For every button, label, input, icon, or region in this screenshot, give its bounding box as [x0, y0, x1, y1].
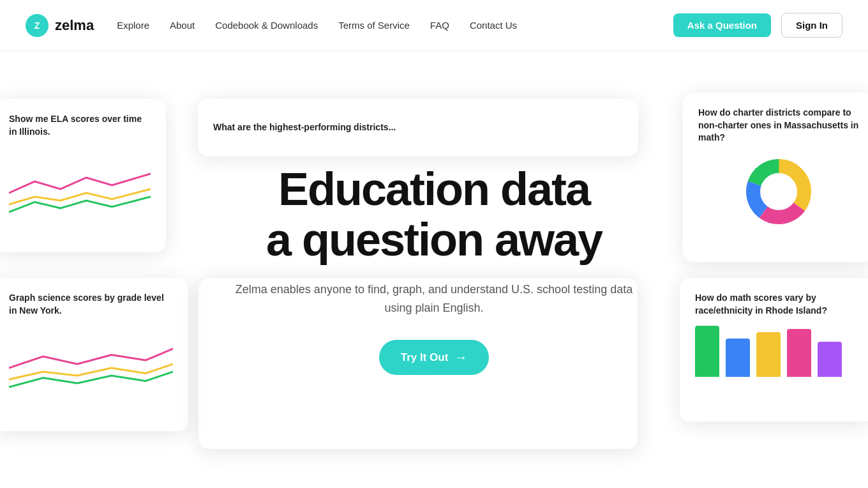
- try-it-out-label: Try It Out: [401, 351, 449, 364]
- nav-contact[interactable]: Contact Us: [470, 20, 517, 31]
- bar-pink: [787, 329, 811, 377]
- card-charter-districts: How do charter districts compare to non-…: [683, 93, 868, 262]
- try-it-out-button[interactable]: Try It Out →: [379, 340, 490, 375]
- hero-subtitle: Zelma enables anyone to find, graph, and…: [230, 280, 638, 317]
- nav-faq[interactable]: FAQ: [430, 20, 449, 31]
- donut-wrap: [698, 153, 859, 230]
- navbar: Z zelma Explore About Codebook & Downloa…: [0, 0, 868, 51]
- svg-point-4: [761, 174, 797, 210]
- card-ela-scores: Show me ELA scores over time in Illinois…: [0, 99, 166, 252]
- card-what-are-title: What are the highest-performing district…: [213, 121, 396, 134]
- bar-purple: [818, 342, 842, 377]
- card-math-scores: How do math scores vary by race/ethnicit…: [680, 278, 868, 422]
- logo-text: zelma: [55, 17, 94, 34]
- card-science-scores: Graph science scores by grade level in N…: [0, 278, 188, 431]
- nav-about[interactable]: About: [170, 20, 195, 31]
- nav-codebook[interactable]: Codebook & Downloads: [215, 20, 318, 31]
- hero-center: Education data a question away Zelma ena…: [217, 164, 651, 376]
- bar-blue: [726, 339, 750, 377]
- hero-section: Show me ELA scores over time in Illinois…: [0, 0, 868, 488]
- card-charter-title: How do charter districts compare to non-…: [698, 107, 859, 144]
- hero-title-line2: a question away: [266, 214, 602, 265]
- ask-question-button[interactable]: Ask a Question: [673, 13, 771, 37]
- sign-in-button[interactable]: Sign In: [781, 13, 842, 38]
- logo-letter: Z: [34, 20, 40, 31]
- ela-line-chart: [9, 147, 151, 224]
- bar-green: [695, 326, 719, 377]
- card-science-title: Graph science scores by grade level in N…: [9, 292, 173, 317]
- donut-chart: [740, 153, 817, 230]
- nav-left: Z zelma Explore About Codebook & Downloa…: [26, 14, 517, 37]
- nav-explore[interactable]: Explore: [117, 20, 149, 31]
- logo-icon: Z: [26, 14, 49, 37]
- card-ela-title: Show me ELA scores over time in Illinois…: [9, 113, 151, 138]
- nav-links: Explore About Codebook & Downloads Terms…: [117, 20, 517, 31]
- science-line-chart: [9, 326, 173, 402]
- nav-right: Ask a Question Sign In: [673, 13, 842, 38]
- hero-title: Education data a question away: [230, 164, 638, 265]
- bar-chart: [695, 326, 859, 377]
- nav-terms[interactable]: Terms of Service: [338, 20, 410, 31]
- arrow-icon: →: [454, 350, 467, 365]
- hero-title-line1: Education data: [278, 164, 590, 215]
- logo[interactable]: Z zelma: [26, 14, 94, 37]
- card-what-are: What are the highest-performing district…: [198, 99, 638, 156]
- card-math-title: How do math scores vary by race/ethnicit…: [695, 292, 859, 317]
- bar-yellow: [756, 332, 781, 377]
